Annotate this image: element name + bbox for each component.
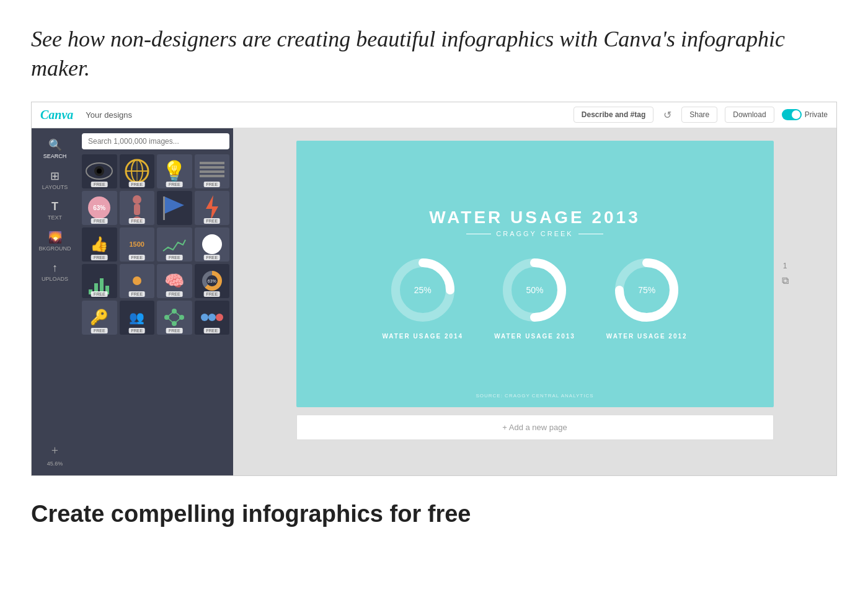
element-bar-chart[interactable]: FREE: [82, 264, 117, 298]
bottom-heading: Create compelling infographics for free: [0, 476, 868, 546]
canva-logo: Canva: [40, 108, 73, 122]
svg-line-24: [167, 311, 174, 317]
uploads-icon: ↑: [52, 262, 58, 275]
element-dot[interactable]: FREE: [120, 264, 155, 298]
svg-point-30: [216, 314, 223, 321]
sidebar-bottom: + 45.6%: [32, 444, 78, 469]
search-input[interactable]: [82, 133, 229, 149]
elements-panel: FREE FREE 💡 FREE: [78, 128, 233, 475]
sidebar-item-layouts[interactable]: ⊞ LAYOUTS: [32, 165, 78, 194]
svg-line-26: [167, 317, 174, 324]
people-icon: 👥: [129, 310, 144, 325]
sidebar-item-search[interactable]: 🔍 SEARCH: [32, 134, 78, 163]
private-toggle[interactable]: Private: [782, 109, 828, 120]
element-key[interactable]: 🔑 FREE: [82, 301, 117, 335]
element-stripes[interactable]: FREE: [195, 154, 230, 188]
sidebar-item-uploads[interactable]: ↑ UPLOADS: [32, 258, 78, 286]
page-number: 1: [783, 262, 787, 270]
free-badge: FREE: [128, 328, 145, 333]
describe-tag-button[interactable]: Describe and #tag: [574, 107, 653, 123]
pct-circle: 63%: [88, 196, 110, 219]
element-line-chart[interactable]: FREE: [157, 227, 192, 262]
element-eye[interactable]: FREE: [82, 154, 117, 188]
svg-point-29: [208, 314, 216, 321]
editor-area: 🔍 SEARCH ⊞ LAYOUTS T TEXT 🌄 BKGROUND ↑ U…: [32, 128, 836, 475]
svg-marker-15: [206, 195, 218, 220]
add-page-button[interactable]: + Add a new page: [296, 415, 774, 440]
donut-50: 50% WATER USAGE 2013: [494, 256, 575, 340]
donut-25: 25% WATER USAGE 2014: [382, 256, 463, 340]
svg-point-28: [201, 314, 208, 321]
svg-rect-14: [163, 196, 165, 220]
element-nodes[interactable]: FREE: [157, 301, 192, 335]
free-badge: FREE: [128, 255, 145, 260]
undo-button[interactable]: ↺: [661, 109, 674, 121]
layouts-icon: ⊞: [50, 169, 60, 183]
donut-50-caption: WATER USAGE 2013: [494, 333, 575, 340]
element-circles-row[interactable]: FREE: [195, 301, 230, 335]
subtitle-line-right: [578, 234, 603, 234]
free-badge: FREE: [166, 328, 183, 333]
sidebar-item-text[interactable]: T TEXT: [32, 196, 78, 224]
element-63pct[interactable]: 63% FREE: [82, 191, 117, 225]
donut-50-label: 50%: [526, 285, 543, 295]
free-badge: FREE: [91, 182, 108, 187]
donut-75: 75% WATER USAGE 2012: [606, 256, 688, 340]
element-thumbsup[interactable]: 👍 FREE: [82, 227, 117, 262]
element-flag[interactable]: [157, 191, 192, 225]
copy-page-icon[interactable]: ⧉: [782, 275, 789, 286]
svg-rect-8: [200, 166, 224, 169]
svg-point-11: [133, 195, 141, 204]
add-element-button[interactable]: +: [51, 444, 58, 458]
head-icon: 🧠: [164, 271, 184, 291]
download-button[interactable]: Download: [725, 107, 774, 123]
blob-shape: [202, 234, 222, 254]
free-badge: FREE: [166, 255, 183, 260]
sidebar-item-background[interactable]: 🌄 BKGROUND: [32, 227, 78, 255]
svg-point-2: [97, 169, 102, 174]
element-1500[interactable]: 1500 FREE: [120, 227, 155, 262]
element-lightbulb[interactable]: 💡 FREE: [157, 154, 192, 188]
free-badge: FREE: [128, 291, 145, 297]
svg-marker-13: [164, 196, 184, 214]
sidebar-pct-label: 45.6%: [47, 458, 63, 469]
hero-tagline: See how non-designers are creating beaut…: [0, 0, 868, 102]
element-globe[interactable]: FREE: [120, 154, 155, 188]
infographic-title: WATER USAGE 2013: [429, 208, 640, 227]
svg-rect-10: [200, 175, 224, 177]
donut-75-wrap: 75%: [613, 256, 681, 324]
free-badge: FREE: [203, 291, 220, 297]
donut-25-caption: WATER USAGE 2014: [382, 333, 463, 340]
ui-screenshot: Canva Your designs Describe and #tag ↺ S…: [31, 102, 837, 476]
toggle-switch[interactable]: [782, 109, 802, 120]
free-badge: FREE: [166, 182, 183, 187]
free-badge: FREE: [91, 255, 108, 260]
elements-grid: FREE FREE 💡 FREE: [82, 154, 229, 335]
element-head[interactable]: 🧠 FREE: [157, 264, 192, 298]
svg-rect-9: [200, 170, 224, 173]
element-people[interactable]: 👥 FREE: [120, 301, 155, 335]
text-icon: T: [51, 200, 58, 213]
element-blob[interactable]: FREE: [195, 227, 230, 262]
element-lightning[interactable]: FREE: [195, 191, 230, 225]
svg-rect-7: [200, 162, 224, 164]
infographic-canvas[interactable]: WATER USAGE 2013 CRAGGY CREEK: [296, 141, 774, 407]
free-badge: FREE: [128, 182, 145, 187]
source-text: SOURCE: CRAGGY CENTRAL ANALYTICS: [476, 393, 593, 399]
free-badge: FREE: [91, 218, 108, 224]
svg-line-27: [174, 317, 182, 324]
canvas-area: WATER USAGE 2013 CRAGGY CREEK: [233, 128, 836, 475]
share-button[interactable]: Share: [681, 107, 717, 123]
donut-25-label: 25%: [414, 285, 432, 295]
element-donut-63[interactable]: 63% FREE: [195, 264, 230, 298]
number-badge: 1500: [130, 240, 144, 248]
key-icon: 🔑: [90, 309, 108, 326]
element-person[interactable]: FREE: [120, 191, 155, 225]
top-nav-bar: Canva Your designs Describe and #tag ↺ S…: [32, 102, 836, 128]
free-badge: FREE: [166, 291, 183, 297]
free-badge: FREE: [91, 291, 108, 297]
free-badge: FREE: [203, 328, 220, 333]
your-designs-link[interactable]: Your designs: [86, 110, 132, 120]
infographic-subtitle: CRAGGY CREEK: [466, 230, 603, 237]
background-icon: 🌄: [48, 231, 62, 244]
